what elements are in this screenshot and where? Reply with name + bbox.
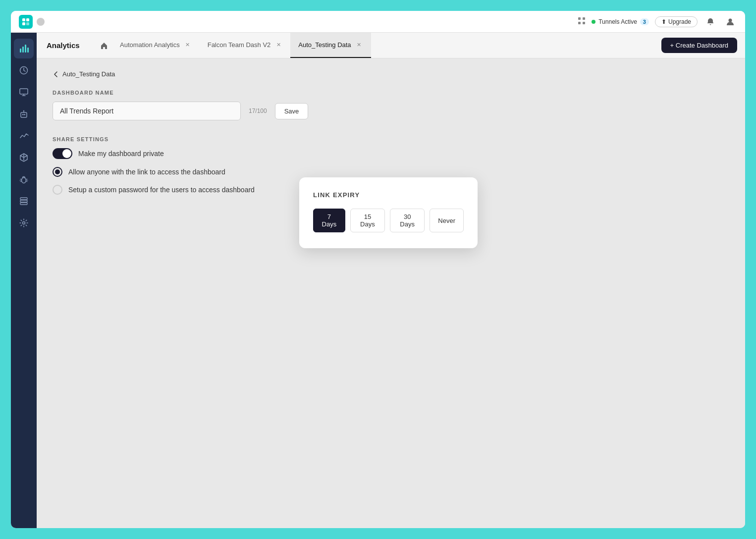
create-dashboard-button[interactable]: + Create Dashboard	[661, 38, 737, 53]
tab-automation-analytics[interactable]: Automation Analytics ✕	[112, 33, 200, 58]
expiry-options: 7 Days 15 Days 30 Days Never	[313, 209, 464, 232]
option-private-label: Make my dashboard private	[78, 150, 164, 158]
svg-rect-22	[20, 203, 27, 205]
upgrade-icon: ⬆	[661, 18, 666, 25]
home-tab-button[interactable]	[96, 33, 112, 58]
tab-bar: Analytics Automation Analytics ✕ Falcon …	[37, 33, 745, 58]
svg-rect-3	[26, 22, 29, 25]
svg-rect-0	[22, 18, 25, 21]
dashboard-name-row: 17/100 Save	[53, 102, 729, 120]
sidebar-item-cube[interactable]	[14, 148, 34, 167]
svg-rect-20	[20, 198, 27, 200]
page-content: Auto_Testing Data DASHBOARD NAME 17/100 …	[37, 58, 745, 528]
tab-auto-testing-data-label: Auto_Testing Data	[298, 41, 351, 49]
dashboard-name-section-label: DASHBOARD NAME	[53, 90, 729, 96]
tunnels-active: Tunnels Active 3	[592, 18, 649, 25]
option-password-label: Setup a custom password for the users to…	[68, 186, 255, 194]
option-row-private: Make my dashboard private	[53, 148, 729, 159]
save-button[interactable]: Save	[275, 103, 309, 119]
sidebar-item-clock[interactable]	[14, 60, 34, 80]
svg-rect-2	[22, 22, 25, 25]
svg-rect-16	[22, 114, 24, 115]
dashboard-name-input[interactable]	[53, 102, 241, 120]
sidebar	[11, 33, 37, 528]
option-link-label: Allow anyone with the link to access the…	[68, 168, 225, 176]
svg-point-19	[22, 178, 26, 183]
content-area: Analytics Automation Analytics ✕ Falcon …	[37, 33, 745, 528]
app-window: Tunnels Active 3 ⬆ Upgrade	[11, 11, 745, 528]
svg-rect-21	[20, 200, 27, 202]
expiry-30-days-button[interactable]: 30 Days	[390, 209, 425, 232]
svg-point-8	[729, 18, 732, 22]
outer-frame: Tunnels Active 3 ⬆ Upgrade	[6, 6, 750, 533]
option-row-link: Allow anyone with the link to access the…	[53, 167, 729, 177]
tunnels-label: Tunnels Active	[598, 18, 637, 25]
svg-rect-5	[583, 17, 585, 20]
grid-icon[interactable]	[578, 17, 586, 27]
tab-falcon-team-dash-label: Falcon Team Dash V2	[208, 41, 271, 49]
link-expiry-popup: LINK EXPIRY 7 Days 15 Days 30 Days Never	[299, 177, 478, 248]
tab-automation-analytics-label: Automation Analytics	[120, 41, 180, 49]
logo[interactable]	[19, 15, 33, 29]
radio-password[interactable]	[53, 185, 62, 195]
svg-rect-1	[26, 18, 29, 21]
svg-rect-11	[25, 45, 26, 53]
sidebar-item-analytics[interactable]	[14, 39, 34, 58]
main-layout: Analytics Automation Analytics ✕ Falcon …	[11, 33, 745, 528]
svg-rect-12	[27, 48, 29, 53]
sidebar-item-bug[interactable]	[14, 169, 34, 189]
tunnels-dot	[592, 20, 595, 24]
tab-auto-testing-data[interactable]: Auto_Testing Data ✕	[290, 33, 371, 58]
svg-point-23	[23, 222, 25, 224]
svg-point-18	[23, 110, 24, 111]
svg-rect-17	[24, 114, 26, 115]
svg-rect-15	[21, 112, 27, 117]
expiry-7-days-button[interactable]: 7 Days	[313, 209, 345, 232]
sidebar-item-robot[interactable]	[14, 104, 34, 124]
user-avatar-icon[interactable]	[723, 15, 737, 29]
top-bar-right: Tunnels Active 3 ⬆ Upgrade	[578, 15, 737, 29]
expiry-never-button[interactable]: Never	[430, 209, 464, 232]
tab-falcon-team-dash[interactable]: Falcon Team Dash V2 ✕	[200, 33, 291, 58]
notifications-icon[interactable]	[703, 15, 717, 29]
tab-falcon-team-dash-close[interactable]: ✕	[274, 41, 282, 49]
tunnels-count: 3	[640, 18, 649, 25]
upgrade-label: Upgrade	[668, 18, 691, 25]
expiry-15-days-button[interactable]: 15 Days	[350, 209, 385, 232]
back-link[interactable]: Auto_Testing Data	[53, 70, 729, 78]
svg-rect-4	[578, 17, 581, 20]
radio-link-access[interactable]	[53, 167, 62, 177]
top-bar-left	[19, 15, 45, 29]
upgrade-button[interactable]: ⬆ Upgrade	[655, 16, 698, 27]
tab-auto-testing-data-close[interactable]: ✕	[355, 41, 363, 49]
svg-rect-7	[583, 22, 585, 24]
nav-dot[interactable]	[37, 18, 45, 26]
svg-rect-6	[578, 22, 581, 24]
sidebar-item-monitor[interactable]	[14, 82, 34, 102]
sidebar-item-bar-chart[interactable]	[14, 126, 34, 146]
top-bar: Tunnels Active 3 ⬆ Upgrade	[11, 11, 745, 33]
svg-rect-10	[22, 47, 24, 53]
page-title: Analytics	[37, 33, 96, 58]
svg-rect-9	[20, 49, 21, 53]
svg-rect-14	[20, 89, 28, 94]
char-count: 17/100	[249, 108, 267, 114]
share-section-label: SHARE SETTINGS	[53, 136, 729, 142]
sidebar-item-settings[interactable]	[14, 213, 34, 233]
link-expiry-title: LINK EXPIRY	[313, 191, 464, 199]
sidebar-item-layers[interactable]	[14, 191, 34, 211]
private-toggle[interactable]	[53, 148, 72, 159]
tab-automation-analytics-close[interactable]: ✕	[184, 41, 192, 49]
back-label: Auto_Testing Data	[62, 70, 115, 78]
